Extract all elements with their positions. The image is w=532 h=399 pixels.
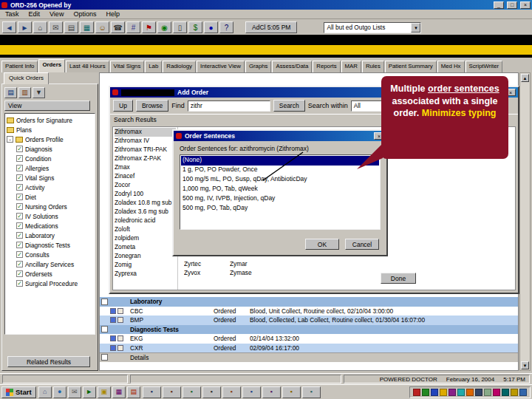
search-result-item[interactable]: Zinacef <box>115 172 176 181</box>
order-sentence-item[interactable]: 500 mg, PO, Tab, qDay <box>181 204 379 214</box>
collapse-icon[interactable]: - <box>7 136 13 143</box>
order-row[interactable]: Laboratory <box>100 297 518 307</box>
search-result-item[interactable]: Zodryl 100 <box>115 190 176 199</box>
order-row[interactable]: CXR Ordered 02/09/04 16:17:00 <box>100 344 518 353</box>
scroll-up-icon[interactable]: ▲ <box>521 74 529 82</box>
order-sentence-item[interactable]: (None) <box>181 156 379 166</box>
order-search-input[interactable] <box>188 100 270 112</box>
patient-icon[interactable]: ☺ <box>95 21 109 33</box>
vertical-scrollbar[interactable]: ▲ ▼ <box>519 72 531 371</box>
checkbox-checked-icon[interactable]: ✓ <box>16 280 23 287</box>
tree-item[interactable]: ✓ Diagnostic Tests <box>7 240 93 250</box>
search-result-item[interactable]: Zmax <box>115 163 176 172</box>
forward-icon[interactable]: ► <box>18 21 32 33</box>
chart-tab[interactable]: MAR <box>341 61 361 72</box>
tree-item[interactable]: ✓ Diagnosis <box>7 144 93 154</box>
back-icon[interactable]: ◄ <box>2 21 16 33</box>
chart-icon[interactable]: ▦ <box>80 21 94 33</box>
tree-item[interactable]: ✓ IV Solutions <box>7 211 93 221</box>
phone-icon[interactable]: ☎ <box>111 21 125 33</box>
chart-tab[interactable]: Med Hx <box>437 61 465 72</box>
view-menu-button[interactable]: View <box>4 100 90 111</box>
done-button[interactable]: Done <box>381 273 416 284</box>
chevron-down-icon[interactable]: ▼ <box>411 23 420 33</box>
notes-icon[interactable]: ▤ <box>127 386 140 398</box>
menu-item[interactable]: Options <box>73 10 96 18</box>
tray-icon[interactable] <box>493 389 500 396</box>
tree-item-orders-profile[interactable]: - Orders Profile <box>7 134 93 144</box>
tray-icon[interactable] <box>502 389 509 396</box>
document-icon[interactable]: ▯ <box>173 21 187 33</box>
search-result-item[interactable]: Zithromax TRI-PAK <box>115 146 176 154</box>
help-icon[interactable]: ? <box>219 21 233 33</box>
chart-tab[interactable]: Interactive View <box>197 61 245 72</box>
search-result-item[interactable]: zolpidem <box>115 234 176 243</box>
menu-item[interactable]: Edit <box>29 10 41 18</box>
mail-icon[interactable]: ✉ <box>49 21 63 33</box>
order-row[interactable]: Details <box>100 352 518 362</box>
expander-icon[interactable] <box>101 354 108 361</box>
tray-icon[interactable] <box>413 389 420 396</box>
taskbar-window-button[interactable]: ▪ <box>242 386 261 398</box>
cancel-button[interactable]: Cancel <box>345 239 379 250</box>
order-row[interactable]: Diagnostic Tests <box>100 325 518 335</box>
browse-button[interactable]: Browse <box>136 100 168 112</box>
desktop-icon[interactable]: ⌂ <box>38 386 52 398</box>
expander-icon[interactable] <box>101 335 108 342</box>
taskbar-window-button[interactable]: ▪ <box>302 386 321 398</box>
tray-icon[interactable] <box>422 389 429 396</box>
list-view-icon[interactable]: ▤ <box>4 87 17 98</box>
tree-item[interactable]: ✓ Activity <box>7 183 93 192</box>
filter-icon[interactable]: ▼ <box>33 87 45 98</box>
search-result-item[interactable]: Zonegran <box>115 252 176 261</box>
checkbox-checked-icon[interactable]: ✓ <box>16 213 23 219</box>
search-result-item[interactable]: zoledronic acid <box>115 216 176 225</box>
expander-icon[interactable] <box>101 326 108 332</box>
expander-icon[interactable] <box>101 299 108 305</box>
search-result-item[interactable]: Zymar <box>230 260 276 269</box>
tray-icon[interactable] <box>440 389 447 396</box>
order-row[interactable]: EKG Ordered 02/14/04 13:32:00 <box>100 334 518 344</box>
checkbox-checked-icon[interactable]: ✓ <box>16 174 23 181</box>
checkbox-checked-icon[interactable]: ✓ <box>16 261 23 267</box>
chart-tab[interactable]: Lab <box>145 61 162 72</box>
chart-tab[interactable]: Assess/Data <box>272 61 312 72</box>
chart-tab[interactable]: Radiology <box>163 61 196 72</box>
search-result-item[interactable]: Zoladex 10.8 mg sub <box>115 199 176 208</box>
chart-tab[interactable]: Last 48 Hours <box>66 61 109 72</box>
tree-item[interactable]: ✓ Vital Signs <box>7 173 93 183</box>
expander-icon[interactable] <box>101 317 108 324</box>
search-result-item[interactable]: Zometa <box>115 243 176 252</box>
chart-tab[interactable]: Rules <box>362 61 384 72</box>
checkbox-checked-icon[interactable]: ✓ <box>16 251 23 258</box>
profile-view-icon[interactable]: ▥ <box>18 87 31 98</box>
tray-icon[interactable] <box>457 389 465 396</box>
tree-item[interactable]: ✓ Surgical Procedure <box>7 279 93 288</box>
folder-icon[interactable]: ▣ <box>98 386 111 398</box>
tree-item[interactable]: ✓ Ancillary Services <box>7 259 93 269</box>
search-button[interactable]: Search <box>273 100 305 112</box>
grid-icon[interactable]: # <box>126 21 140 33</box>
tree-item[interactable]: ✓ Allergies <box>7 163 93 173</box>
up-button[interactable]: Up <box>113 100 133 112</box>
search-result-item[interactable]: Zomig <box>115 261 176 270</box>
home-icon[interactable]: ⌂ <box>33 21 47 33</box>
chart-tab[interactable]: Graphs <box>245 61 272 72</box>
tray-icon[interactable] <box>511 389 518 396</box>
order-row[interactable]: CBC Ordered Blood, Unit Collect, Routine… <box>100 307 518 316</box>
search-result-item[interactable]: Zithromax IV <box>115 137 176 146</box>
search-result-item[interactable]: Zithromax <box>115 128 176 137</box>
info-icon[interactable]: ● <box>204 21 218 33</box>
checkbox-checked-icon[interactable]: ✓ <box>16 270 23 277</box>
checkbox-checked-icon[interactable]: ✓ <box>16 184 23 191</box>
tray-icon[interactable] <box>475 389 482 396</box>
patient-list-combo[interactable]: All but ed Outgo Lists ▼ <box>324 22 421 33</box>
tree-item[interactable]: ✓ Laboratory <box>7 231 93 240</box>
print-icon[interactable]: ▤ <box>64 21 78 33</box>
tray-icon[interactable] <box>484 389 491 396</box>
expander-icon[interactable] <box>101 344 108 351</box>
checkbox-checked-icon[interactable]: ✓ <box>16 165 23 171</box>
search-result-item[interactable]: Zyrtec <box>184 260 230 269</box>
close-button[interactable]: × <box>520 1 531 9</box>
tray-icon[interactable] <box>466 389 474 396</box>
